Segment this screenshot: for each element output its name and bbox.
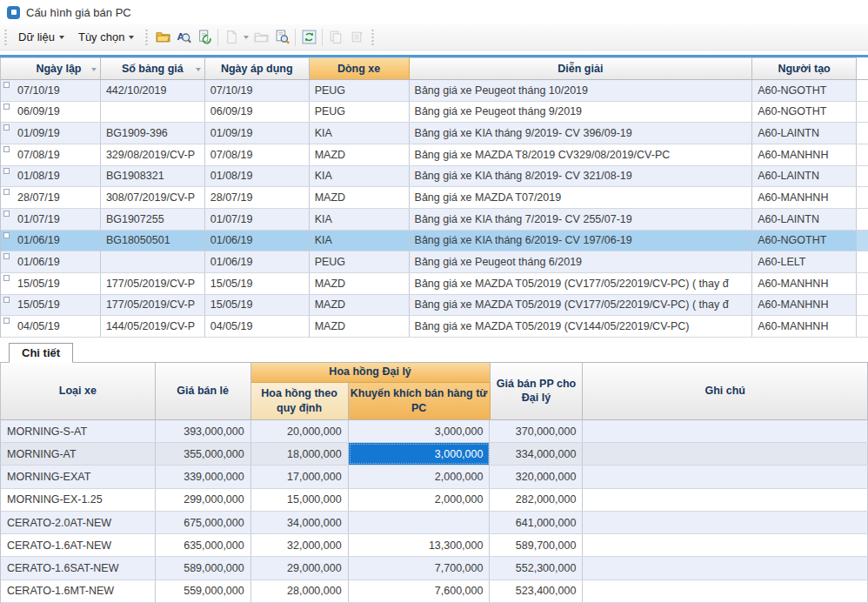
cell-car-line[interactable]: PEUG: [310, 251, 410, 272]
sort-dropdown-icon[interactable]: [196, 68, 201, 71]
cell-note[interactable]: [583, 580, 868, 602]
cell-dealer-price[interactable]: 282,000,000: [490, 489, 583, 511]
cell-creator[interactable]: A60-MANHNH: [752, 316, 857, 337]
cell-model[interactable]: MORNING-EX-1.25: [1, 489, 156, 511]
cell-incentive[interactable]: 3,000,000: [349, 420, 491, 442]
menu-tuy-chon[interactable]: Tùy chọn: [71, 28, 141, 46]
cell-incentive[interactable]: [349, 512, 491, 533]
cell-description[interactable]: Bảng giá xe KIA tháng 6/2019- CV 197/06-…: [410, 231, 753, 251]
detail-row[interactable]: MORNING-AT 355,000,000 18,000,000 3,000,…: [1, 443, 868, 466]
cell-note[interactable]: [583, 443, 868, 465]
column-header-nguoi-tao[interactable]: Người tạo: [752, 57, 857, 79]
table-row[interactable]: 07/08/19 329/08/2019/CV-P 07/08/19 MAZD …: [1, 144, 868, 166]
cell-date[interactable]: 01/07/19: [1, 209, 101, 230]
cell-apply-date[interactable]: 01/07/19: [205, 209, 310, 230]
table-row[interactable]: 01/06/19 01/06/19 PEUG Bảng giá xe Peuge…: [1, 251, 868, 273]
cell-apply-date[interactable]: 07/10/19: [205, 80, 310, 101]
cell-price-list-number[interactable]: [101, 102, 205, 123]
cell-creator[interactable]: A60-MANHNH: [752, 295, 857, 316]
cell-description[interactable]: Bảng giá xe Peugeot tháng 9/2019: [410, 102, 753, 123]
cell-retail-price[interactable]: 559,000,000: [156, 580, 251, 602]
cell-description[interactable]: Bảng giá xe MAZDA T05/2019 (CV144/05/220…: [410, 316, 753, 337]
cell-price-list-number[interactable]: [101, 251, 205, 272]
cell-price-list-number[interactable]: 177/05/2019/CV-P: [101, 295, 205, 316]
table-row[interactable]: 01/07/19 BG1907255 01/07/19 KIA Bảng giá…: [1, 209, 868, 231]
cell-commission[interactable]: 18,000,000: [251, 443, 349, 465]
cell-car-line[interactable]: KIA: [310, 209, 410, 230]
cell-incentive[interactable]: 7,700,000: [349, 557, 491, 579]
cell-note[interactable]: [583, 466, 868, 487]
cell-date[interactable]: 01/06/19: [1, 231, 101, 251]
cell-retail-price[interactable]: 355,000,000: [156, 443, 251, 465]
cell-model[interactable]: CERATO-1.6SAT-NEW: [1, 557, 156, 579]
cell-commission[interactable]: 17,000,000: [251, 466, 349, 487]
cell-incentive[interactable]: 7,600,000: [349, 580, 491, 602]
cell-description[interactable]: Bảng giá xe MAZDA T8/2019 CV329/08/2019/…: [410, 144, 753, 165]
cell-creator[interactable]: A60-LELT: [752, 251, 857, 272]
cell-price-list-number[interactable]: 442/10/2019: [101, 80, 205, 101]
cell-creator[interactable]: A60-LAINTN: [752, 123, 857, 144]
cell-commission[interactable]: 20,000,000: [251, 420, 349, 442]
cell-date[interactable]: 01/06/19: [1, 251, 101, 272]
row-checkbox[interactable]: [3, 253, 10, 259]
cell-dealer-price[interactable]: 552,300,000: [490, 557, 583, 579]
detail-row[interactable]: CERATO-1.6MT-NEW 559,000,000 28,000,000 …: [1, 580, 868, 603]
cell-description[interactable]: Bảng giá xe MAZDA T07/2019: [410, 187, 753, 208]
cell-dealer-price[interactable]: 589,700,000: [490, 534, 583, 556]
cell-price-list-number[interactable]: BG1907255: [101, 209, 205, 230]
find-icon[interactable]: A: [173, 27, 194, 48]
cell-apply-date[interactable]: 04/05/19: [205, 316, 310, 337]
cell-description[interactable]: Bảng giá xe KIA tháng 8/2019- CV 321/08-…: [410, 166, 753, 187]
table-row[interactable]: 15/05/19 177/05/2019/CV-P 15/05/19 MAZD …: [1, 273, 868, 295]
column-header-so-bang-gia[interactable]: Số bảng giá: [101, 57, 205, 79]
cell-creator[interactable]: A60-NGOTHT: [752, 231, 857, 251]
cell-apply-date[interactable]: 07/08/19: [205, 144, 310, 165]
cell-price-list-number[interactable]: BG18050501: [101, 231, 205, 251]
tab-chi-tiet[interactable]: Chi tiết: [9, 343, 73, 363]
cell-apply-date[interactable]: 15/05/19: [205, 295, 310, 316]
cell-apply-date[interactable]: 01/06/19: [205, 251, 310, 272]
cell-creator[interactable]: A60-MANHNH: [752, 273, 857, 294]
cell-incentive[interactable]: 2,000,000: [349, 466, 491, 487]
cell-retail-price[interactable]: 635,000,000: [156, 534, 251, 556]
cell-creator[interactable]: A60-NGOTHT: [752, 102, 857, 123]
row-checkbox[interactable]: [3, 232, 10, 238]
toolbar-grip[interactable]: [371, 30, 375, 45]
cell-incentive[interactable]: 2,000,000: [349, 489, 491, 511]
cell-commission[interactable]: 28,000,000: [251, 580, 349, 602]
cell-retail-price[interactable]: 339,000,000: [156, 466, 251, 487]
cell-car-line[interactable]: MAZD: [310, 316, 410, 337]
column-header-gia-ban-le[interactable]: Giá bán lẻ: [156, 363, 251, 420]
cell-dealer-price[interactable]: 641,000,000: [490, 512, 583, 533]
table-row[interactable]: 28/07/19 308/07/2019/CV-P 28/07/19 MAZD …: [1, 187, 868, 209]
cell-model[interactable]: CERATO-1.6AT-NEW: [1, 534, 156, 556]
cell-car-line[interactable]: MAZD: [310, 144, 410, 165]
row-checkbox[interactable]: [3, 211, 10, 217]
cell-dealer-price[interactable]: 370,000,000: [490, 420, 583, 442]
cell-apply-date[interactable]: 06/09/19: [205, 102, 310, 123]
cell-car-line[interactable]: MAZD: [310, 187, 410, 208]
cell-car-line[interactable]: PEUG: [310, 80, 410, 101]
cell-commission[interactable]: 29,000,000: [251, 557, 349, 579]
row-checkbox[interactable]: [3, 275, 10, 281]
print-preview-icon[interactable]: [271, 27, 292, 48]
cell-commission[interactable]: 32,000,000: [251, 534, 349, 556]
table-row[interactable]: 04/05/19 144/05/2019/CV-P 04/05/19 MAZD …: [1, 316, 868, 338]
table-row[interactable]: 15/05/19 177/05/2019/CV-P 15/05/19 MAZD …: [1, 295, 868, 317]
cell-car-line[interactable]: KIA: [310, 123, 410, 144]
table-row[interactable]: 01/09/19 BG1909-396 01/09/19 KIA Bảng gi…: [1, 123, 868, 144]
row-checkbox[interactable]: [3, 124, 10, 131]
cell-retail-price[interactable]: 589,000,000: [156, 557, 251, 579]
row-checkbox[interactable]: [3, 168, 10, 174]
cell-creator[interactable]: A60-MANHNH: [752, 187, 857, 208]
cell-creator[interactable]: A60-NGOTHT: [752, 80, 857, 101]
cell-apply-date[interactable]: 01/06/19: [205, 231, 310, 251]
cell-apply-date[interactable]: 28/07/19: [205, 187, 310, 208]
cell-date[interactable]: 15/05/19: [1, 295, 101, 316]
cell-creator[interactable]: A60-LAINTN: [752, 166, 857, 187]
row-checkbox[interactable]: [3, 146, 10, 152]
cell-car-line[interactable]: MAZD: [310, 295, 410, 316]
refresh-icon[interactable]: [298, 27, 319, 48]
table-row[interactable]: 01/06/19 BG18050501 01/06/19 KIA Bảng gi…: [1, 231, 868, 252]
cell-price-list-number[interactable]: 308/07/2019/CV-P: [101, 187, 205, 208]
